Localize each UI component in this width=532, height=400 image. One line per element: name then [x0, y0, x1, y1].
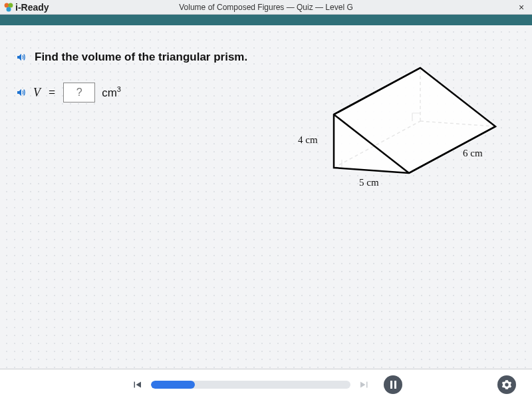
settings-button[interactable]	[497, 375, 516, 394]
next-button[interactable]	[357, 377, 372, 392]
dimension-b: 5 cm	[359, 177, 379, 188]
dimension-a: 4 cm	[298, 134, 318, 146]
audio-icon[interactable]	[16, 52, 27, 63]
pause-icon	[390, 381, 396, 389]
prism-figure: 4 cm 5 cm 6 cm	[302, 63, 501, 192]
pause-button[interactable]	[384, 375, 402, 394]
progress-bar[interactable]	[151, 381, 350, 389]
gear-icon	[501, 379, 512, 390]
window-title: Volume of Composed Figures — Quiz — Leve…	[0, 3, 532, 12]
unit-base: cm	[102, 87, 117, 99]
dimension-c: 6 cm	[463, 148, 483, 159]
brand-text: i-Ready	[15, 2, 49, 13]
first-button[interactable]	[130, 377, 144, 392]
content-area: Find the volume of the triangular prism.…	[0, 25, 532, 369]
logo-icon	[4, 3, 13, 12]
unit-label: cm3	[102, 85, 121, 100]
close-icon[interactable]: ×	[515, 2, 528, 13]
progress-fill	[151, 381, 195, 389]
answer-input[interactable]	[63, 83, 95, 102]
audio-icon[interactable]	[16, 87, 27, 98]
variable-label: V	[33, 86, 41, 100]
question-text: Find the volume of the triangular prism.	[35, 51, 247, 64]
unit-exponent: 3	[117, 85, 121, 93]
accent-bar	[0, 15, 532, 25]
bottom-toolbar	[0, 369, 532, 400]
svg-point-2	[7, 7, 11, 11]
brand-logo: i-Ready	[4, 2, 49, 13]
equals-sign: =	[47, 86, 57, 100]
